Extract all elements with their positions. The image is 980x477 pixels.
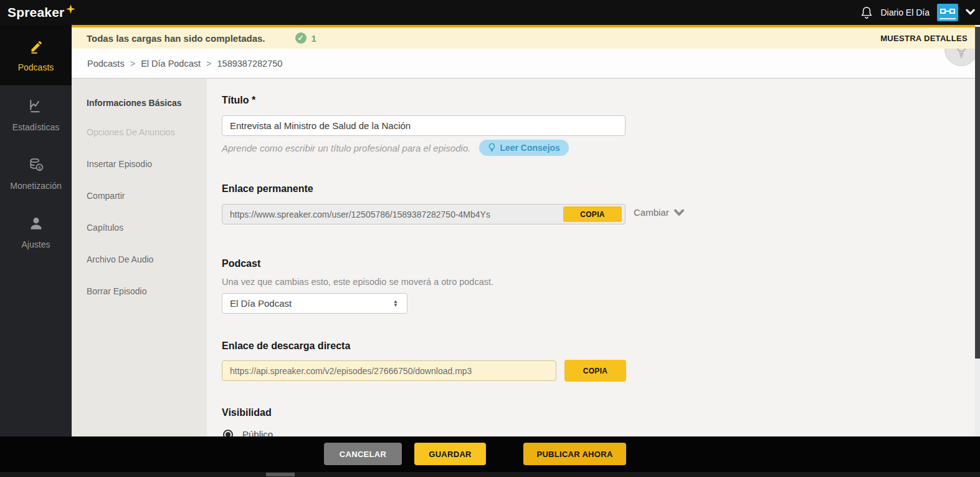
breadcrumb-separator: > [206,59,211,69]
bell-icon[interactable] [860,6,873,19]
horizontal-scrollbar-thumb[interactable] [266,473,295,476]
title-hint-row: Aprende como escribir un título profesio… [222,140,569,156]
select-arrows-icon: ▲▼ [393,300,398,307]
subnav-item-archivo-de-audio[interactable]: Archivo De Audio [87,254,186,265]
star-icon [66,4,75,16]
subnav-item-borrar-episodio[interactable]: Borrar Episodio [87,286,186,297]
permalink-change-label: Cambiar [634,207,669,218]
title-hint: Aprende como escribir un título profesio… [222,143,470,153]
notification-message: Todas las cargas han sido completadas. [87,33,265,44]
cancel-button[interactable]: CANCELAR [324,443,402,465]
content-area: Informaciones Básicas Opciones De Anunci… [72,79,980,436]
sidebar-item-monetizacion[interactable]: $ Monetización [0,144,72,203]
vertical-scrollbar-thumb[interactable] [975,27,980,359]
read-tips-label: Leer Consejos [500,143,559,153]
breadcrumb-podcasts[interactable]: Podcasts [87,59,125,69]
account-name[interactable]: Diario El Día [880,7,930,17]
chevron-down-icon[interactable] [966,7,975,18]
sidebar-item-label: Estadísticas [12,122,59,132]
download-url-input[interactable] [222,360,556,381]
sidebar-item-ajustes[interactable]: Ajustes [0,203,72,261]
visibility-label: Visibilidad [222,407,272,418]
permalink-label: Enlace permanente [222,183,313,195]
podcast-select-value: El Día Podcast [222,298,393,309]
sidebar-item-podcasts[interactable]: Podcasts [0,25,72,85]
public-radio[interactable] [223,430,233,437]
spreaker-logo[interactable]: Spreaker [7,4,75,21]
public-radio-label: Público [242,429,273,436]
episode-subnav: Informaciones Básicas Opciones De Anunci… [72,79,207,436]
subnav-item-opciones-de-anuncios: Opciones De Anuncios [87,127,186,138]
breadcrumb-episode-id: 1589387282750 [217,59,283,69]
footer-action-bar: CANCELAR GUARDAR PUBLICAR AHORA [0,436,980,477]
avatar[interactable] [937,4,958,21]
permalink-url: https://www.spreaker.com/user/12505786/1… [222,210,563,219]
pencil-icon [28,38,44,57]
vertical-scrollbar[interactable] [975,25,980,436]
check-circle-icon: ✓ [295,32,307,44]
chevron-down-icon [674,209,684,216]
person-icon [28,215,44,234]
main-sidebar: Podcasts Estadísticas $ Monetización Aju… [0,25,72,436]
sidebar-item-label: Ajustes [22,239,50,249]
line-chart-icon [28,98,44,117]
upload-notification-bar: Todas las cargas han sido completadas. ✓… [72,25,980,49]
notification-count: 1 [312,33,316,44]
title-label: Título * [222,95,255,106]
show-details-button[interactable]: MUESTRA DETALLES [880,34,968,43]
sidebar-item-label: Podcasts [18,62,54,72]
podcast-description: Una vez que cambias esto, este episodio … [222,277,493,287]
breadcrumb: Podcasts > El Día Podcast > 158938728275… [87,59,282,69]
publish-now-button[interactable]: PUBLICAR AHORA [523,443,626,465]
breadcrumb-separator: > [130,59,135,69]
logo-text: Spreaker [7,5,65,20]
svg-text:$: $ [38,165,41,170]
permalink-change-button[interactable]: Cambiar [634,207,684,218]
breadcrumb-podcast-name[interactable]: El Día Podcast [141,59,201,69]
read-tips-button[interactable]: Leer Consejos [479,140,568,156]
permalink-copy-button[interactable]: COPIA [563,206,622,222]
title-input[interactable] [222,115,626,136]
horizontal-scrollbar[interactable] [0,472,980,477]
breadcrumb-row: Podcasts > El Día Podcast > 158938728275… [72,49,980,79]
subnav-item-insertar-episodio[interactable]: Insertar Episodio [87,159,186,170]
download-copy-button[interactable]: COPIA [564,360,626,382]
subnav-item-informaciones-basicas[interactable]: Informaciones Básicas [87,95,186,112]
top-bar: Spreaker Diario El Día [0,0,980,25]
coins-icon: $ [28,157,44,175]
save-button[interactable]: GUARDAR [414,443,486,465]
download-link-label: Enlace de descarga directa [222,340,350,352]
podcast-label: Podcast [222,258,260,269]
permalink-field: https://www.spreaker.com/user/12505786/1… [222,204,626,224]
sidebar-item-estadisticas[interactable]: Estadísticas [0,85,72,144]
subnav-item-compartir[interactable]: Compartir [87,191,186,201]
episode-form: Título * Aprende como escribir un título… [207,79,980,436]
sidebar-item-label: Monetización [10,181,62,191]
subnav-item-capitulos[interactable]: Capítulos [87,223,186,233]
podcast-select[interactable]: El Día Podcast ▲▼ [222,293,407,314]
visibility-public-option: Público [223,429,273,436]
topbar-right: Diario El Día [860,4,980,21]
